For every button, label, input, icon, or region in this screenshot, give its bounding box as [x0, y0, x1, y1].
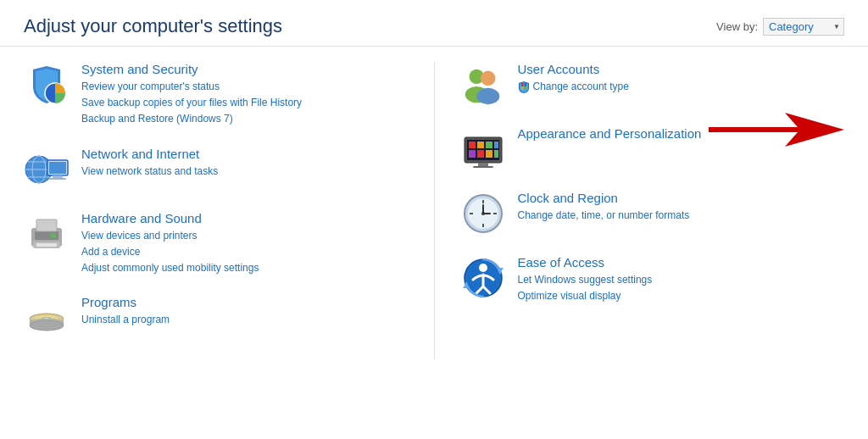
link-review-status[interactable]: Review your computer's status	[81, 79, 409, 95]
link-uninstall[interactable]: Uninstall a program	[81, 312, 409, 328]
main-content: System and Security Review your computer…	[0, 47, 868, 375]
link-network-status[interactable]: View network status and tasks	[81, 164, 409, 180]
svg-point-26	[476, 88, 499, 104]
system-security-text: System and Security Review your computer…	[81, 62, 409, 128]
svg-rect-8	[53, 175, 63, 178]
view-by-select[interactable]: Category Large icons Small icons	[763, 18, 844, 36]
programs-svg	[25, 297, 69, 339]
network-svg	[24, 150, 70, 189]
clock-icon	[460, 191, 506, 236]
system-security-title[interactable]: System and Security	[81, 62, 409, 76]
link-devices-printers[interactable]: View devices and printers	[81, 228, 409, 244]
programs-title[interactable]: Programs	[81, 295, 409, 309]
svg-rect-14	[36, 243, 57, 247]
link-suggest-settings[interactable]: Let Windows suggest settings	[518, 272, 845, 288]
category-clock: Clock and Region Change date, time, or n…	[460, 191, 845, 236]
svg-rect-42	[478, 163, 488, 166]
svg-rect-43	[473, 166, 493, 168]
appearance-svg	[461, 129, 505, 169]
svg-rect-38	[469, 150, 476, 158]
system-security-svg	[25, 63, 69, 107]
clock-title[interactable]: Clock and Region	[518, 191, 845, 205]
network-icon	[24, 147, 70, 192]
page-title: Adjust your computer's settings	[24, 15, 282, 37]
ease-icon	[460, 255, 506, 301]
programs-icon	[24, 295, 70, 341]
user-accounts-icon	[460, 62, 506, 108]
svg-rect-34	[469, 142, 476, 148]
clock-svg	[461, 192, 505, 236]
link-change-account-type[interactable]: Change account type	[533, 79, 629, 95]
change-account-row: Change account type	[518, 79, 629, 95]
svg-rect-29	[521, 83, 524, 86]
appearance-text: Appearance and Personalization	[518, 126, 845, 143]
svg-rect-30	[524, 83, 526, 86]
category-system-security: System and Security Review your computer…	[24, 62, 409, 128]
network-text: Network and Internet View network status…	[81, 147, 409, 180]
ease-title[interactable]: Ease of Access	[518, 255, 845, 270]
clock-text: Clock and Region Change date, time, or n…	[518, 191, 845, 224]
category-user-accounts: User Accounts Change account type	[460, 62, 845, 108]
hardware-title[interactable]: Hardware and Sound	[81, 211, 409, 225]
system-security-icon	[24, 62, 70, 108]
link-visual-display[interactable]: Optimize visual display	[518, 288, 845, 304]
link-backup-restore[interactable]: Backup and Restore (Windows 7)	[81, 111, 409, 127]
hardware-text: Hardware and Sound View devices and prin…	[81, 211, 409, 277]
category-appearance: Appearance and Personalization	[460, 126, 845, 172]
category-hardware: Hardware and Sound View devices and prin…	[24, 211, 409, 277]
link-backup-copies[interactable]: Save backup copies of your files with Fi…	[81, 95, 409, 111]
hardware-svg	[25, 213, 69, 255]
network-title[interactable]: Network and Internet	[81, 147, 409, 161]
svg-rect-37	[494, 142, 498, 148]
svg-rect-35	[477, 142, 484, 148]
view-by-container: View by: Category Large icons Small icon…	[716, 18, 844, 36]
category-programs: Programs Uninstall a program	[24, 295, 409, 341]
shield-badge-icon	[518, 81, 530, 94]
svg-point-15	[51, 233, 56, 238]
appearance-title[interactable]: Appearance and Personalization	[518, 126, 845, 141]
svg-point-25	[481, 71, 495, 86]
svg-rect-7	[49, 162, 66, 174]
svg-rect-39	[477, 150, 484, 158]
left-panel: System and Security Review your computer…	[24, 62, 434, 359]
link-date-time[interactable]: Change date, time, or number formats	[518, 208, 845, 224]
user-accounts-title[interactable]: User Accounts	[518, 62, 845, 76]
programs-text: Programs Uninstall a program	[81, 295, 409, 328]
hardware-icon	[24, 211, 70, 257]
svg-point-22	[30, 320, 64, 331]
link-mobility-settings[interactable]: Adjust commonly used mobility settings	[81, 260, 409, 276]
category-network: Network and Internet View network status…	[24, 147, 409, 192]
link-add-device[interactable]: Add a device	[81, 244, 409, 260]
svg-rect-41	[494, 150, 498, 158]
ease-svg	[461, 256, 505, 300]
page-header: Adjust your computer's settings View by:…	[0, 0, 868, 47]
svg-rect-40	[486, 150, 492, 158]
view-by-wrapper[interactable]: Category Large icons Small icons	[763, 18, 844, 36]
svg-rect-12	[36, 220, 57, 231]
appearance-icon	[460, 126, 506, 172]
svg-rect-36	[486, 142, 492, 148]
category-ease: Ease of Access Let Windows suggest setti…	[460, 255, 845, 304]
ease-text: Ease of Access Let Windows suggest setti…	[518, 255, 845, 304]
user-accounts-text: User Accounts Change account type	[518, 62, 845, 97]
view-by-label: View by:	[716, 20, 758, 33]
svg-point-52	[481, 212, 485, 215]
user-accounts-svg	[460, 64, 506, 105]
svg-rect-9	[49, 178, 66, 180]
svg-point-54	[479, 264, 487, 272]
right-panel: User Accounts Change account type	[434, 62, 845, 359]
